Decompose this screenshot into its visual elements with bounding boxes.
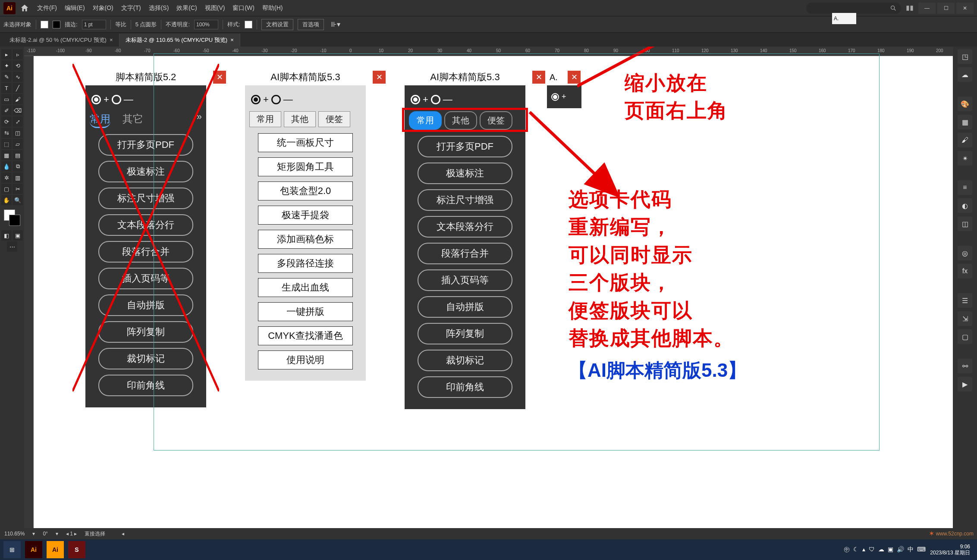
screen-mode[interactable]: ▣ [13, 230, 23, 241]
menu-select[interactable]: 选择(S) [149, 4, 169, 12]
gradient-panel-icon[interactable]: ◐ [958, 198, 972, 213]
tray-volume-icon[interactable]: 🔊 [897, 546, 904, 554]
tray-ime-icon[interactable]: ㊥ [844, 546, 850, 554]
stroke-swatch[interactable] [53, 21, 60, 28]
tray-cloud-icon[interactable]: ☁ [878, 546, 884, 554]
rotate-tool[interactable]: ⟳ [1, 116, 12, 127]
taskbar-ai-1[interactable]: Ai [25, 541, 42, 558]
tray-keyboard-icon[interactable]: ⌨ [917, 546, 926, 554]
curvature-tool[interactable]: ∿ [13, 72, 23, 82]
artboard-nav[interactable]: ◂ 1 ▸ [66, 531, 77, 537]
menu-window[interactable]: 窗口(W) [232, 4, 254, 12]
menu-effect[interactable]: 效果(C) [176, 4, 197, 12]
libraries-panel-icon[interactable]: ☁ [958, 67, 972, 82]
slice-tool[interactable]: ✂ [13, 184, 23, 194]
fill-stroke-swatch[interactable] [4, 210, 20, 226]
close-window-button[interactable]: ✕ [956, 3, 974, 14]
home-icon[interactable] [20, 3, 29, 13]
tray-lang-icon[interactable]: 中 [908, 546, 914, 554]
asset-export-panel-icon[interactable]: ⇲ [958, 311, 972, 326]
transparency-panel-icon[interactable]: ◫ [958, 216, 972, 231]
selection-tool[interactable]: ▸ [1, 49, 12, 59]
maximize-button[interactable]: ☐ [937, 3, 955, 14]
panel52-tab-1[interactable]: 常用 [90, 111, 110, 128]
layers-panel-icon[interactable]: ☰ [958, 293, 972, 308]
appearance-panel-icon[interactable]: ◎ [958, 246, 972, 260]
pen-tool[interactable]: ✎ [1, 72, 12, 82]
rectangle-tool[interactable]: ▭ [1, 94, 12, 104]
doc-tab-2[interactable]: 未标题-2 @ 110.65 % (CMYK/CPU 预览) × [119, 34, 240, 47]
menu-object[interactable]: 对象(O) [93, 4, 113, 12]
start-button[interactable]: ⊞ [3, 541, 21, 558]
svg-rect-3 [911, 6, 913, 11]
graphic-styles-panel-icon[interactable]: fx [958, 264, 972, 278]
taskbar-clock[interactable]: 9:062023/8/13 星期日 [930, 544, 974, 556]
mesh-tool[interactable]: ▦ [1, 150, 12, 160]
artboard-canvas[interactable]: 脚本精简版5.2✕ + — 常用 其它 » 打开多页PDF极速标注标注尺寸增强文… [34, 56, 953, 528]
minimize-button[interactable]: — [918, 3, 936, 14]
tray-moon-icon[interactable]: ☾ [853, 546, 859, 554]
uniform-label[interactable]: 等比 [115, 21, 126, 28]
zoom-level[interactable]: 110.65% [4, 531, 25, 537]
radio-on-icon[interactable] [91, 95, 101, 104]
width-tool[interactable]: ⇆ [1, 128, 12, 138]
gradient-tool[interactable]: ▤ [13, 150, 23, 160]
taskbar-app-3[interactable]: S [68, 541, 85, 558]
zoom-tool[interactable]: 🔍 [13, 195, 23, 205]
symbols-panel-icon[interactable]: ✴ [958, 151, 972, 166]
tray-chevron-up-icon[interactable]: ▴ [862, 546, 865, 554]
lasso-tool[interactable]: ⟲ [13, 60, 23, 71]
shaper-tool[interactable]: ✐ [1, 105, 12, 116]
tray-cast-icon[interactable]: ▣ [888, 546, 893, 554]
line-tool[interactable]: ╱ [13, 83, 23, 93]
artboards-panel-icon[interactable]: ▢ [958, 329, 972, 344]
menu-view[interactable]: 视图(V) [205, 4, 225, 12]
preferences-button[interactable]: 首选项 [298, 19, 324, 30]
artboard-tool[interactable]: ▢ [1, 184, 12, 194]
doc-setup-button[interactable]: 文档设置 [261, 19, 293, 30]
panel52-tab-2[interactable]: 其它 [123, 111, 143, 128]
taskbar-ai-2[interactable]: Ai [47, 541, 64, 558]
menu-edit[interactable]: 编辑(E) [65, 4, 85, 12]
symbol-sprayer-tool[interactable]: ✲ [1, 172, 12, 183]
perspective-tool[interactable]: ▱ [13, 139, 23, 149]
blend-tool[interactable]: ⧉ [13, 161, 23, 172]
brushes-panel-icon[interactable]: 🖌 [958, 133, 972, 147]
docked-mini-panel[interactable]: A. [832, 13, 856, 24]
fill-swatch[interactable] [41, 21, 48, 28]
tray-shield-icon[interactable]: 🛡 [869, 546, 875, 554]
color-panel-icon[interactable]: 🎨 [958, 97, 972, 111]
graph-tool[interactable]: ▥ [13, 172, 23, 183]
menu-help[interactable]: 帮助(H) [262, 4, 283, 12]
style-swatch[interactable] [245, 21, 252, 28]
doc-tab-1[interactable]: 未标题-2.ai @ 50 % (CMYK/CPU 预览) × [3, 34, 119, 47]
search-box[interactable] [806, 3, 901, 14]
opacity-input[interactable] [194, 20, 218, 29]
rotate-angle[interactable]: 0° [43, 531, 47, 537]
free-transform-tool[interactable]: ◫ [13, 128, 23, 138]
stroke-panel-icon[interactable]: ≡ [958, 180, 972, 195]
shape-builder-tool[interactable]: ⬚ [1, 139, 12, 149]
arrange-icon[interactable] [905, 4, 914, 13]
properties-panel-icon[interactable]: ◳ [958, 49, 972, 64]
radio-off-icon[interactable] [112, 95, 121, 104]
brush-label[interactable]: 5 点圆形 [135, 21, 157, 28]
scale-tool[interactable]: ⤢ [13, 116, 23, 127]
color-mode[interactable]: ◧ [1, 230, 12, 241]
links-panel-icon[interactable]: ⚯ [958, 359, 972, 373]
actions-panel-icon[interactable]: ▶ [958, 377, 972, 391]
eraser-tool[interactable]: ⌫ [13, 105, 23, 116]
eyedropper-tool[interactable]: 💧 [1, 161, 12, 172]
swatches-panel-icon[interactable]: ▦ [958, 115, 972, 129]
menu-type[interactable]: 文字(T) [121, 4, 141, 12]
type-tool[interactable]: T [1, 83, 12, 93]
magic-wand-tool[interactable]: ✦ [1, 60, 12, 71]
brush-tool[interactable]: 🖌 [13, 94, 23, 104]
direct-select-tool[interactable]: ▹ [13, 49, 23, 59]
hand-tool[interactable]: ✋ [1, 195, 12, 205]
edit-toolbar[interactable]: ⋯ [7, 241, 17, 252]
stroke-weight-input[interactable] [82, 20, 106, 29]
align-icon[interactable]: ⊪▾ [331, 20, 340, 28]
status-bar: 110.65%▾ 0°▾ ◂ 1 ▸ 直接选择 ◂ [0, 528, 977, 539]
menu-file[interactable]: 文件(F) [37, 4, 57, 12]
